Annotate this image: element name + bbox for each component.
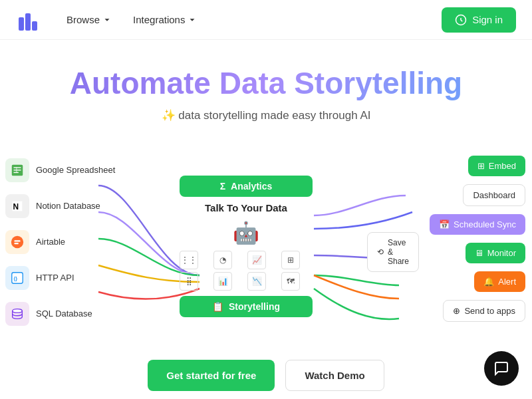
right-outputs: ⊞ Embed Dashboard ⟲ Save & Share 📅 Sched… [430, 156, 525, 322]
bottom-actions: Get started for free Watch Demo [0, 352, 532, 399]
hero-section: Automate Data Storytelling ✨ data storyt… [0, 40, 532, 136]
chat-bubble-button[interactable] [484, 351, 519, 386]
sign-in-button[interactable]: Sign in [442, 7, 516, 33]
svg-rect-5 [14, 167, 21, 168]
notion-icon: N [5, 194, 29, 218]
navbar: Browse Integrations Sign in [0, 0, 532, 40]
source-http-api: {} HTTP API [0, 263, 120, 293]
talk-to-data-label: Talk To Your Data [180, 202, 313, 213]
nav-links: Browse Integrations [59, 9, 442, 31]
alert-chip: 🔔 Alert [474, 271, 525, 292]
grid-icon-4: ⊞ [281, 251, 300, 269]
diagram-section: Google Spreadsheet N Notion Database Air [0, 142, 532, 382]
google-spreadsheet-icon [5, 158, 29, 182]
dashboard-chip: Dashboard [463, 184, 525, 206]
center-hub: Σ Analytics Talk To Your Data 🤖 ⋮⋮ ◔ 📈 ⊞… [180, 176, 313, 317]
svg-rect-0 [19, 17, 24, 31]
grid-icon-6: 📊 [213, 272, 232, 291]
analytics-chip: Σ Analytics [180, 176, 313, 197]
source-airtable: Airtable [0, 227, 120, 257]
grid-icon-8: 🗺 [281, 272, 300, 291]
get-started-button[interactable]: Get started for free [148, 360, 275, 391]
logo[interactable] [16, 9, 37, 31]
save-share-chip: ⟲ Save & Share [367, 232, 419, 272]
embed-chip: ⊞ Embed [468, 156, 525, 176]
http-api-label: HTTP API [36, 273, 74, 283]
svg-point-15 [13, 309, 23, 313]
svg-text:N: N [13, 201, 19, 211]
grid-icon-3: 📈 [247, 251, 266, 269]
scheduled-sync-chip: 📅 Scheduled Sync [430, 214, 525, 235]
storytelling-chip: 📋 Storytelling [180, 296, 313, 317]
browse-menu[interactable]: Browse [59, 9, 120, 31]
svg-text:{}: {} [14, 275, 18, 281]
grid-icon-7: 📉 [247, 272, 266, 291]
watch-demo-button[interactable]: Watch Demo [285, 360, 384, 391]
svg-rect-11 [14, 240, 20, 241]
grid-icon-2: ◔ [213, 251, 232, 269]
hero-title: Automate Data Storytelling [0, 66, 532, 100]
integrations-menu[interactable]: Integrations [125, 9, 205, 31]
svg-point-10 [11, 235, 23, 247]
notion-database-label: Notion Database [36, 201, 100, 211]
svg-rect-2 [32, 21, 37, 31]
source-notion-database: N Notion Database [0, 192, 120, 221]
airtable-label: Airtable [36, 237, 65, 247]
sql-database-label: SQL Database [36, 309, 92, 319]
hero-subtitle: ✨ data storytelling made easy through AI [0, 108, 532, 122]
robot-icon: 🤖 [180, 220, 313, 245]
svg-rect-7 [14, 172, 19, 172]
svg-rect-1 [25, 13, 31, 31]
google-spreadsheet-label: Google Spreadsheet [36, 165, 115, 175]
grid-icon-1: ⋮⋮ [180, 251, 198, 269]
svg-rect-6 [14, 170, 21, 170]
airtable-icon [5, 230, 29, 254]
chart-grid: ⋮⋮ ◔ 📈 ⊞ ⣿ 📊 📉 🗺 [180, 251, 313, 291]
http-api-icon: {} [5, 266, 29, 290]
grid-icon-5: ⣿ [180, 272, 198, 291]
sql-database-icon [5, 302, 29, 326]
svg-rect-12 [14, 243, 18, 244]
source-google-spreadsheet: Google Spreadsheet [0, 156, 120, 185]
svg-rect-8 [16, 167, 17, 172]
left-sources: Google Spreadsheet N Notion Database Air [0, 156, 120, 329]
source-sql-database: SQL Database [0, 299, 120, 329]
monitor-chip: 🖥 Monitor [466, 243, 525, 263]
send-to-apps-chip: ⊕ Send to apps [443, 300, 525, 322]
